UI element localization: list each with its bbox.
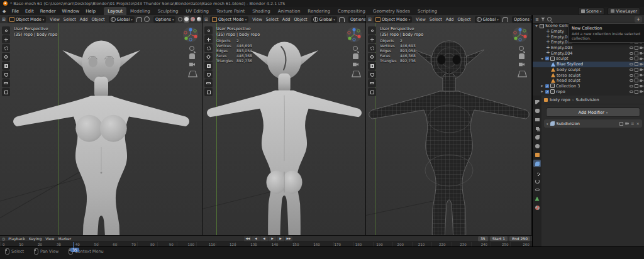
camera-view-icon[interactable] [189, 62, 195, 67]
camera-view-icon[interactable] [519, 62, 525, 67]
row-label[interactable]: Empty.003 [551, 45, 573, 50]
editor-type-icon[interactable]: ⊞ [368, 17, 372, 22]
app-menu-item[interactable]: File [8, 8, 22, 15]
transport-button[interactable] [285, 236, 292, 241]
outliner-row[interactable]: ✓ body sculpt [533, 67, 644, 73]
row-label[interactable]: Blue Stylized [557, 62, 583, 67]
tool-button[interactable] [2, 35, 10, 43]
snap-magnet-icon[interactable] [502, 17, 508, 22]
workspace-tab[interactable]: Compositing [334, 7, 369, 15]
viewport-menu-item[interactable]: Add [280, 17, 292, 22]
transform-orientation-select[interactable]: Global ▾ [475, 16, 501, 23]
outliner-row[interactable]: ▶ ✓ Collection 3 [533, 84, 644, 89]
tool-button[interactable] [2, 79, 10, 87]
collection-checkbox[interactable]: ✓ [545, 84, 549, 88]
workspace-tab[interactable]: Sculpting [154, 7, 182, 15]
properties-tab[interactable] [533, 142, 541, 150]
scene-selector[interactable]: Scene ▾ [578, 8, 604, 15]
shading-wireframe-button[interactable] [177, 16, 183, 23]
hide-eye-icon[interactable] [630, 91, 633, 93]
viewport-menu-item[interactable]: Object [292, 17, 309, 22]
row-label[interactable]: sculpt [556, 56, 569, 61]
viewport-menu-item[interactable]: Object [455, 17, 472, 22]
render-toggle-icon[interactable] [625, 122, 629, 126]
viewport-disable-icon[interactable] [635, 46, 638, 50]
editor-type-icon[interactable]: ⊞ [2, 17, 6, 22]
transform-orientation-select[interactable]: Global ▾ [109, 16, 135, 23]
proportional-edit-icon[interactable] [144, 16, 150, 22]
viewport-menu-item[interactable]: Select [264, 17, 280, 22]
properties-tab[interactable] [533, 151, 541, 158]
hide-eye-icon[interactable] [630, 79, 633, 82]
disclosure-arrow-icon[interactable]: ▶ [540, 84, 544, 87]
properties-tab[interactable] [533, 124, 541, 132]
app-menu-item[interactable]: Help [82, 8, 99, 15]
outliner-row[interactable]: ✓ head sculpt [533, 78, 644, 84]
workspace-tab[interactable]: Shading [248, 7, 274, 15]
viewport-disable-icon[interactable] [635, 52, 638, 55]
render-disable-icon[interactable] [640, 84, 643, 88]
row-label[interactable]: Collection 3 [556, 84, 580, 89]
app-menu-item[interactable]: Window [59, 8, 83, 15]
transport-button[interactable] [260, 236, 268, 241]
options-dropdown[interactable]: Options ▾ [348, 16, 365, 23]
tool-button[interactable] [2, 44, 10, 52]
outliner-row[interactable]: ▶ ✓ repo [533, 89, 644, 94]
properties-tab[interactable] [533, 204, 541, 211]
row-label[interactable]: Empty.004 [551, 51, 573, 56]
transform-orientation-select[interactable]: Global ▾ [311, 16, 337, 23]
viewport-menu-item[interactable]: Select [428, 17, 444, 22]
perspective-toggle-icon[interactable] [518, 71, 527, 77]
tool-button[interactable] [204, 53, 213, 61]
tool-button[interactable] [2, 26, 10, 35]
breadcrumb-object[interactable]: body repo [550, 97, 570, 102]
hide-eye-icon[interactable] [630, 74, 633, 77]
hide-eye-icon[interactable] [630, 47, 633, 49]
transport-button[interactable] [269, 236, 276, 241]
shading-solid-button[interactable] [184, 16, 189, 23]
mode-select[interactable]: Object Mode ▾ [210, 16, 248, 23]
row-label[interactable]: Empty [551, 29, 564, 34]
viewport-canvas[interactable]: User Perspective (35) repo | body repo [0, 23, 202, 235]
zoom-icon[interactable] [519, 46, 524, 51]
row-label[interactable]: repo [556, 89, 565, 94]
properties-tab[interactable] [533, 107, 541, 114]
tool-button[interactable] [368, 26, 376, 35]
render-disable-icon[interactable] [640, 74, 643, 77]
tool-button[interactable] [204, 79, 213, 87]
viewport-menu-item[interactable]: View [250, 17, 264, 22]
pan-hand-icon[interactable] [353, 53, 358, 59]
tool-button[interactable] [204, 62, 213, 70]
options-dropdown[interactable]: Options ▾ [512, 16, 531, 23]
viewport-menu-item[interactable]: View [48, 17, 61, 22]
viewport-disable-icon[interactable] [635, 90, 638, 94]
properties-tab[interactable] [533, 186, 541, 194]
render-disable-icon[interactable] [640, 90, 643, 94]
viewport-menu-item[interactable]: Add [444, 17, 456, 22]
disclosure-arrow-icon[interactable]: ▼ [535, 25, 538, 28]
timeline-menu-item[interactable]: Playback [6, 236, 27, 241]
workspace-tab[interactable]: Texture Paint [213, 7, 248, 15]
new-collection-button[interactable]: + [635, 16, 642, 23]
viewport-disable-icon[interactable] [635, 74, 638, 77]
tool-button[interactable] [204, 35, 213, 43]
properties-tab[interactable] [533, 168, 541, 176]
hide-eye-icon[interactable] [630, 85, 633, 87]
viewport-menu-item[interactable]: Object [89, 17, 106, 22]
outliner-row[interactable]: ✓ Empty.004 [533, 50, 644, 56]
end-frame-field[interactable]: End 250 [509, 236, 530, 241]
playhead[interactable]: 35 [70, 242, 79, 248]
hide-eye-icon[interactable] [630, 63, 633, 65]
app-menu-item[interactable]: Render [37, 8, 59, 15]
camera-view-icon[interactable] [353, 62, 358, 67]
timeline-menu-item[interactable]: Keying [27, 236, 43, 241]
render-disable-icon[interactable] [640, 46, 643, 50]
outliner-row[interactable]: ✓ Blue Stylized [533, 62, 644, 67]
viewport-disable-icon[interactable] [635, 79, 638, 82]
viewport-canvas[interactable]: User Perspective (35) repo | body repo O… [203, 23, 365, 235]
properties-tab[interactable] [533, 116, 541, 123]
tool-button[interactable] [204, 26, 213, 35]
expand-arrow-icon[interactable]: ▾ [547, 122, 548, 126]
workspace-tab[interactable]: UV Editing [182, 7, 213, 15]
viewlayer-selector[interactable]: ViewLayer [608, 8, 640, 15]
